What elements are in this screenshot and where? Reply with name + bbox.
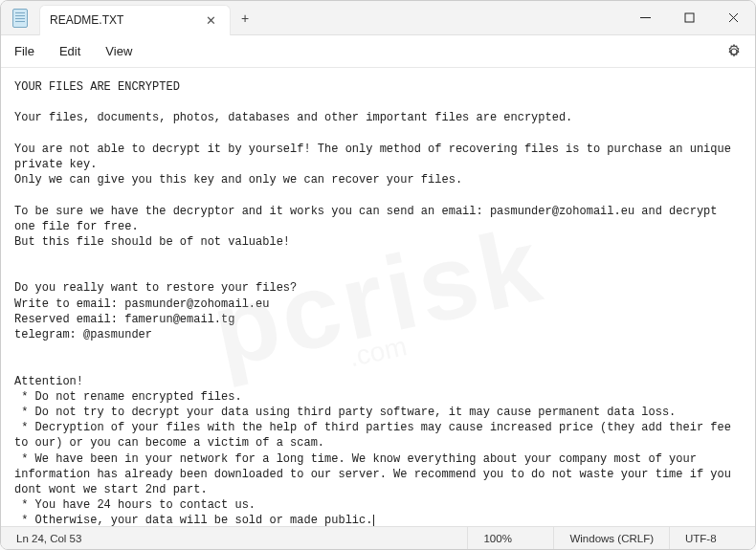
doc-line: YOUR FILES ARE ENCRYPTED [14, 80, 180, 94]
new-tab-button[interactable]: + [231, 11, 259, 26]
close-button[interactable] [711, 1, 755, 34]
svg-rect-1 [685, 13, 694, 22]
statusbar: Ln 24, Col 53 100% Windows (CRLF) UTF-8 [1, 526, 755, 549]
doc-line: * Do not try to decrypt your data using … [14, 406, 676, 419]
doc-line: * Otherwise, your data will be sold or m… [14, 514, 372, 526]
doc-line: You are not able to decrypt it by yourse… [14, 143, 738, 171]
menu-edit[interactable]: Edit [56, 40, 84, 62]
tab-title: README.TXT [50, 13, 123, 27]
doc-line: To be sure we have the decryptor and it … [14, 205, 724, 233]
watermark-sub: .com [345, 328, 410, 376]
doc-line: * You have 24 hours to contact us. [14, 498, 256, 512]
status-zoom[interactable]: 100% [467, 527, 553, 549]
status-encoding[interactable]: UTF-8 [669, 527, 755, 549]
text-caret [373, 515, 374, 526]
doc-line: * We have been in your network for a lon… [14, 452, 738, 496]
settings-button[interactable] [723, 40, 745, 63]
minimize-button[interactable] [623, 1, 667, 34]
close-tab-icon[interactable]: ✕ [202, 13, 220, 28]
doc-line: telegram: @pasmunder [14, 328, 152, 341]
menu-view[interactable]: View [101, 40, 136, 62]
notepad-icon [12, 9, 28, 28]
doc-line: * Decryption of your files with the help… [14, 421, 738, 450]
doc-line: Write to email: pasmunder@zohomail.eu [14, 297, 269, 311]
doc-line: Attention! [14, 375, 83, 388]
window-controls [623, 1, 755, 34]
titlebar: README.TXT ✕ + [1, 1, 755, 35]
maximize-button[interactable] [667, 1, 711, 34]
doc-line: Only we can give you this key and only w… [14, 173, 462, 187]
doc-line: But this file should be of not valuable! [14, 235, 290, 249]
doc-line: Do you really want to restore your files… [14, 281, 297, 295]
tab-readme[interactable]: README.TXT ✕ [39, 5, 231, 35]
doc-line: Reserved email: famerun@email.tg [14, 313, 234, 326]
status-position[interactable]: Ln 24, Col 53 [1, 527, 97, 549]
status-line-endings[interactable]: Windows (CRLF) [553, 527, 669, 549]
menu-file[interactable]: File [11, 40, 38, 62]
menubar: File Edit View [1, 35, 755, 68]
doc-line: * Do not rename encrypted files. [14, 390, 242, 404]
text-area[interactable]: pcrisk.comYOUR FILES ARE ENCRYPTED Your … [1, 68, 755, 526]
gear-icon [726, 44, 742, 59]
doc-line: Your files, documents, photos, databases… [14, 111, 572, 124]
